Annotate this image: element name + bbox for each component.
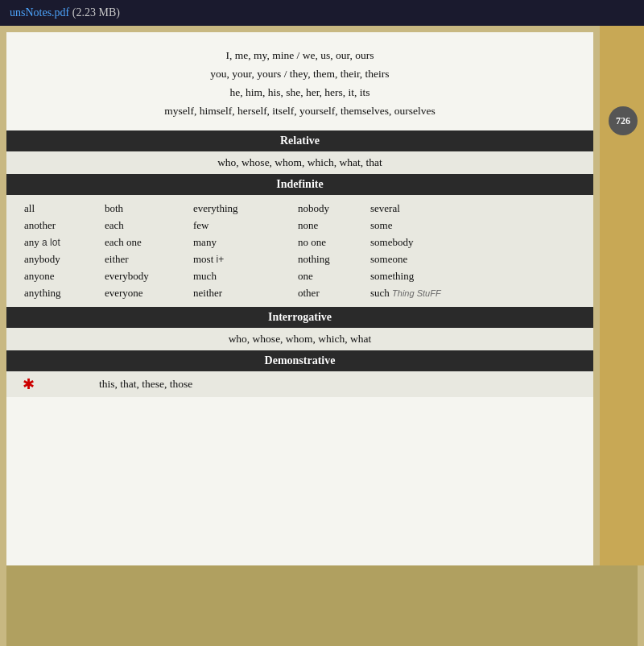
indef-each-one: each one xyxy=(103,235,192,250)
indef-nobody: nobody xyxy=(296,201,369,216)
page-number-badge: 726 xyxy=(609,106,638,135)
indef-other: other xyxy=(296,286,369,300)
relative-header: Relative xyxy=(6,130,593,151)
indef-anybody: anybody xyxy=(23,252,103,267)
indef-many: many xyxy=(192,235,296,250)
indefinite-header: Indefinite xyxy=(6,174,593,195)
title-bar: unsNotes.pdf (2.23 MB) xyxy=(0,0,644,26)
indef-several: several xyxy=(369,201,457,216)
pronoun-line-4: myself, himself, herself, itself, yourse… xyxy=(23,102,577,121)
demonstrative-header: Demonstrative xyxy=(6,350,593,371)
pronoun-line-2: you, your, yours / they, them, their, th… xyxy=(23,65,577,84)
document-page: I, me, my, mine / we, us, our, ours you,… xyxy=(6,32,593,565)
pronoun-line-3: he, him, his, she, her, hers, it, its xyxy=(23,84,577,102)
indef-any: any a lot xyxy=(23,235,103,250)
indefinite-table: all both everything nobody several anoth… xyxy=(6,195,593,307)
indef-each: each xyxy=(103,218,192,233)
indef-everybody: everybody xyxy=(103,269,192,284)
indef-such: such Thing StuFF xyxy=(369,286,457,300)
indef-either: either xyxy=(103,252,192,267)
indef-none: none xyxy=(296,218,369,233)
bottom-area xyxy=(6,565,638,646)
indef-noone: no one xyxy=(296,235,369,250)
indefinite-grid: all both everything nobody several anoth… xyxy=(23,201,577,300)
pronoun-section: I, me, my, mine / we, us, our, ours you,… xyxy=(6,40,593,130)
indef-much: much xyxy=(192,269,296,284)
indef-most: most i+ xyxy=(192,252,296,267)
indef-all: all xyxy=(23,201,103,216)
indef-neither: neither xyxy=(192,286,296,300)
indef-something: something xyxy=(369,269,457,284)
indef-everyone: everyone xyxy=(103,286,192,300)
indef-some: some xyxy=(369,218,457,233)
indef-anyone: anyone xyxy=(23,269,103,284)
indef-everything: everything xyxy=(192,201,296,216)
pronoun-line-1: I, me, my, mine / we, us, our, ours xyxy=(23,47,577,65)
indef-another: another xyxy=(23,218,103,233)
filename-label: unsNotes.pdf xyxy=(10,6,69,19)
relative-content: who, whose, whom, which, what, that xyxy=(6,151,593,174)
indef-somebody: somebody xyxy=(369,235,457,250)
demonstrative-content: this, that, these, those xyxy=(99,378,192,391)
demonstrative-row: ✱ this, that, these, those xyxy=(6,371,593,397)
interrogative-header: Interrogative xyxy=(6,307,593,328)
content-wrapper: 726 I, me, my, mine / we, us, our, ours … xyxy=(0,26,644,565)
indef-nothing: nothing xyxy=(296,252,369,267)
asterisk-icon: ✱ xyxy=(23,375,35,393)
indef-someone: someone xyxy=(369,252,457,267)
indef-few: few xyxy=(192,218,296,233)
indef-both: both xyxy=(103,201,192,216)
indef-anything: anything xyxy=(23,286,103,300)
indef-one: one xyxy=(296,269,369,284)
interrogative-content: who, whose, whom, which, what xyxy=(6,328,593,350)
filesize-label: (2.23 MB) xyxy=(69,6,120,19)
